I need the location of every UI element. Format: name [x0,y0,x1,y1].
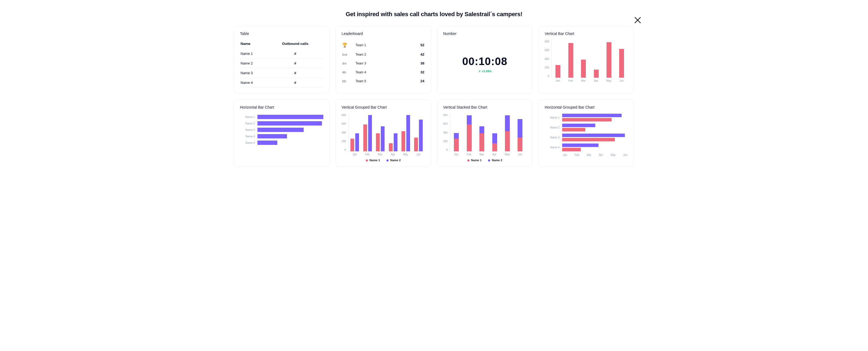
page-title: Get inspired with sales call charts love… [234,11,634,18]
legend-dot-icon [467,159,469,162]
table-row: Name 4 # [240,78,323,88]
card-title: Horizontal Bar Chart [240,105,323,109]
card-table[interactable]: Table Name Outbound calls Name 1 # Name … [234,26,330,94]
metric-value: 00:10:08 [462,55,507,67]
chart-plot [348,114,425,151]
leaderboard-row: 🏆 Team 1 52 [342,40,425,50]
x-axis: JanFebMarAprMayJun [552,79,628,82]
chart-plot: Name 1Name 2Name 3Name 4 [545,114,628,151]
card-leaderboard[interactable]: Leaderboard 🏆 Team 1 52 2nd Team 2 42 3r… [335,26,431,94]
chart-legend: Name 1 Name 2 [443,159,526,162]
card-vertical-bar[interactable]: Vertical Bar Chart 8006004002000 JanFebM… [538,26,634,94]
close-icon[interactable] [633,15,642,25]
card-title: Table [240,31,323,36]
leaderboard-row: 3rd Team 3 38 [342,59,425,68]
leaderboard-table: 🏆 Team 1 52 2nd Team 2 42 3rd Team 3 38 … [342,40,425,86]
x-axis: JanFebMarAprMayJun [545,154,628,156]
chart-gallery: Table Name Outbound calls Name 1 # Name … [234,26,634,167]
chart-plot: Name 1Name 2Name 3Name 4Name 4 [240,115,323,145]
leaderboard-row: 5th Team 5 24 [342,76,425,86]
x-axis: JanFebMarAprMayJun [348,153,425,156]
card-title: Horizontal Grouped Bar Chart [545,105,628,109]
y-axis: 8006004002000 [545,40,552,78]
leaderboard-row: 4th Team 4 32 [342,68,425,76]
card-horizontal-bar[interactable]: Horizontal Bar Chart Name 1Name 2Name 3N… [234,99,330,167]
y-axis: 8006004002000 [342,114,348,151]
table-header: Name [240,40,267,49]
table-header: Outbound calls [267,40,323,49]
card-number[interactable]: Number 00:10:08 ↗+3.49% [437,26,533,94]
chart-plot [450,114,526,151]
card-title: Vertical Grouped Bar Chart [342,105,425,109]
chart-legend: Name 1 Name 2 [342,159,425,162]
table-row: Name 2 # [240,59,323,68]
card-title: Vertical Stacked Bar Chart [443,105,526,109]
card-title: Number [443,31,526,36]
data-table: Name Outbound calls Name 1 # Name 2 # Na… [240,40,323,88]
legend-dot-icon [488,159,490,162]
legend-dot-icon [386,159,389,162]
metric-delta: ↗+3.49% [478,70,492,73]
table-row: Name 3 # [240,68,323,78]
trophy-icon: 🏆 [342,43,347,47]
card-vertical-stacked-bar[interactable]: Vertical Stacked Bar Chart 8006004002000… [437,99,533,167]
y-axis: 8006004002000 [443,114,450,151]
leaderboard-row: 2nd Team 2 42 [342,50,425,59]
trend-up-icon: ↗ [478,70,480,73]
chart-plot [552,40,628,78]
card-horizontal-grouped-bar[interactable]: Horizontal Grouped Bar Chart Name 1Name … [538,99,634,167]
x-axis: JanFebMarAprMayJun [450,153,526,156]
table-row: Name 1 # [240,49,323,59]
card-title: Vertical Bar Chart [545,31,628,36]
card-vertical-grouped-bar[interactable]: Vertical Grouped Bar Chart 8006004002000… [335,99,431,167]
legend-dot-icon [366,159,368,162]
card-title: Leaderboard [342,31,425,36]
